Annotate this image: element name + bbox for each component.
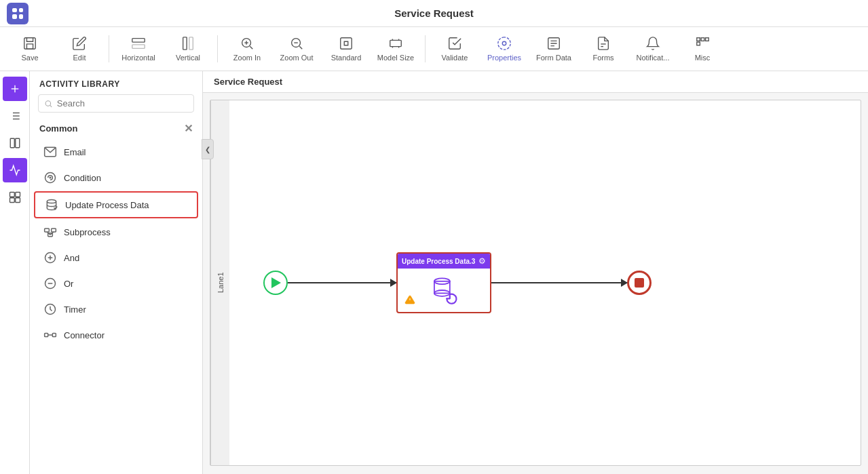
svg-rect-12 [341, 38, 352, 50]
vertical-button[interactable]: Vertical [165, 29, 211, 68]
settings-icon [9, 191, 21, 203]
properties-icon [497, 36, 512, 51]
validate-icon [447, 36, 462, 51]
misc-button[interactable]: Misc [679, 29, 725, 68]
svg-rect-3 [183, 37, 187, 50]
node-gear-icon[interactable]: ⚙ [478, 256, 486, 266]
app-grid-button[interactable] [7, 3, 29, 24]
zoom-in-icon [240, 36, 254, 51]
horizontal-button[interactable]: Horizontal [115, 29, 162, 68]
search-icon [44, 99, 53, 108]
end-event[interactable] [627, 271, 652, 295]
toolbar: Save Edit Horizontal Vertical Zoom In Zo… [0, 27, 868, 71]
connector-icon [43, 328, 57, 342]
zoom-out-button[interactable]: Zoom Out [273, 29, 320, 68]
lane: Lane1 Update Process Data.3 ⚙ [210, 100, 861, 466]
svg-point-14 [502, 41, 506, 45]
plus-icon [9, 83, 21, 95]
svg-rect-18 [697, 38, 700, 41]
svg-point-41 [47, 200, 56, 203]
node-title: Update Process Data.3 [402, 258, 475, 265]
warning-icon [404, 294, 415, 305]
svg-point-40 [50, 177, 51, 178]
svg-rect-53 [45, 334, 48, 337]
svg-line-37 [50, 105, 52, 106]
svg-rect-30 [10, 138, 14, 148]
form-data-button[interactable]: Form Data [531, 29, 577, 68]
model-size-button[interactable]: Model Size [373, 29, 419, 68]
sidebar-item-timer[interactable]: Timer [34, 297, 198, 321]
play-icon [271, 277, 281, 288]
or-icon [43, 277, 57, 290]
sidebar-item-subprocess[interactable]: Subprocess [34, 220, 198, 244]
sidebar-item-email[interactable]: Email [34, 140, 198, 164]
search-input[interactable] [57, 98, 188, 108]
list-button[interactable] [3, 104, 27, 128]
sidebar-item-condition[interactable]: Condition [34, 165, 198, 190]
timer-icon [43, 302, 57, 316]
standard-button[interactable]: Standard [323, 29, 369, 68]
timer-label: Timer [64, 304, 86, 315]
model-size-icon [388, 36, 403, 51]
notifications-button[interactable]: Notificat... [630, 29, 676, 68]
sidebar-collapse-button[interactable]: ❮ [202, 139, 214, 159]
svg-rect-42 [45, 229, 50, 232]
sidebar-item-or[interactable]: Or [34, 271, 198, 296]
svg-rect-32 [10, 193, 14, 197]
svg-rect-13 [390, 40, 402, 46]
sidebar: ACTIVITY LIBRARY Common ✕ Email Conditio… [30, 71, 203, 474]
flow-arrow-2 [491, 282, 627, 283]
edit-icon [72, 36, 87, 51]
horizontal-icon [131, 36, 146, 51]
condition-label: Condition [64, 173, 101, 183]
activity-button[interactable] [3, 158, 27, 182]
or-label: Or [64, 279, 73, 289]
update-process-data-node[interactable]: Update Process Data.3 ⚙ [396, 252, 491, 313]
zoom-in-button[interactable]: Zoom In [224, 29, 270, 68]
svg-rect-31 [15, 138, 19, 148]
svg-rect-35 [15, 198, 20, 203]
flow-arrow-1 [288, 282, 396, 283]
email-icon [43, 145, 57, 159]
edit-button[interactable]: Edit [56, 29, 102, 68]
canvas-content[interactable]: Lane1 Update Process Data.3 ⚙ [203, 93, 868, 473]
top-bar: Service Request [0, 0, 868, 27]
svg-rect-19 [701, 38, 704, 41]
svg-rect-34 [10, 198, 14, 203]
notifications-icon [645, 36, 660, 51]
add-button[interactable] [3, 77, 27, 101]
svg-rect-1 [132, 39, 145, 43]
sidebar-item-and[interactable]: And [34, 245, 198, 270]
grid-icon [12, 8, 23, 19]
svg-rect-4 [189, 37, 193, 50]
database-refresh-icon [429, 275, 459, 305]
svg-line-10 [299, 46, 302, 49]
search-box[interactable] [38, 94, 194, 113]
start-event[interactable] [263, 271, 288, 295]
canvas-breadcrumb: Service Request [203, 71, 868, 93]
toolbar-separator-3 [425, 35, 426, 62]
sidebar-item-connector[interactable]: Connector [34, 323, 198, 347]
toolbar-separator [109, 35, 109, 62]
misc-icon [695, 36, 710, 51]
forms-icon [596, 36, 611, 51]
svg-rect-21 [697, 42, 700, 45]
columns-button[interactable] [3, 131, 27, 155]
validate-button[interactable]: Validate [432, 29, 478, 68]
icon-bar [0, 71, 30, 474]
app-title: Service Request [394, 7, 474, 19]
node-header: Update Process Data.3 ⚙ [398, 254, 490, 269]
condition-icon [43, 171, 57, 184]
forms-button[interactable]: Forms [580, 29, 626, 68]
sidebar-item-update-process-data[interactable]: Update Process Data [34, 191, 198, 218]
settings-button[interactable] [3, 185, 27, 210]
properties-button[interactable]: Properties [481, 29, 527, 68]
common-close-button[interactable]: ✕ [184, 122, 193, 135]
svg-rect-20 [706, 38, 709, 41]
canvas-area: Service Request Lane1 U [203, 71, 868, 474]
save-button[interactable]: Save [7, 29, 53, 68]
svg-rect-33 [15, 193, 20, 197]
stop-icon [635, 278, 644, 288]
activity-icon [9, 164, 21, 176]
update-process-data-icon [45, 198, 58, 212]
